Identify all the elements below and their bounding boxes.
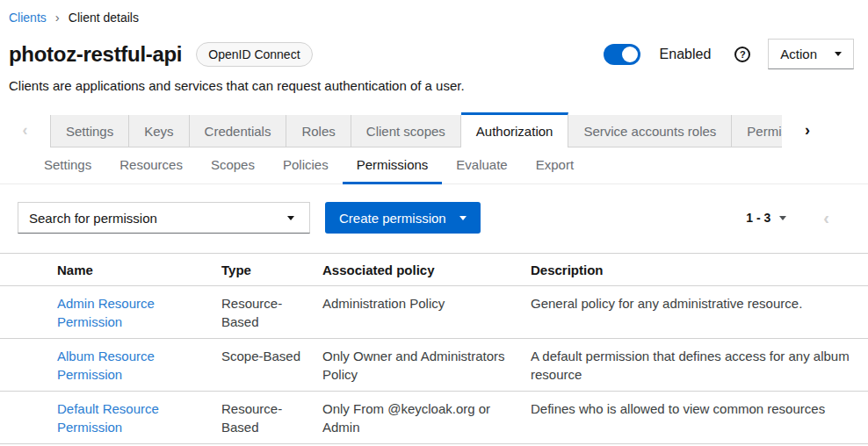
permission-description: A default permission that defines access… [531, 339, 868, 392]
subtab-policies[interactable]: Policies [269, 147, 343, 184]
breadcrumb: Clients › Client details [0, 0, 868, 25]
subtab-export[interactable]: Export [522, 147, 588, 184]
permission-search-select[interactable]: Search for permission [18, 202, 310, 234]
client-tabs: ‹ Settings Keys Credentials Roles Client… [0, 112, 868, 147]
page-title: photoz-restful-api [9, 42, 182, 67]
breadcrumb-clients-link[interactable]: Clients [9, 11, 47, 25]
tab-service-accounts-roles[interactable]: Service accounts roles [568, 115, 732, 147]
enabled-toggle[interactable] [604, 44, 640, 65]
permission-policy: Only Owner and Administrators Policy [322, 339, 531, 392]
chevron-down-icon [287, 216, 294, 220]
tab-client-scopes[interactable]: Client scopes [351, 115, 461, 147]
breadcrumb-current: Client details [69, 11, 139, 25]
subtab-resources[interactable]: Resources [105, 147, 197, 184]
help-icon[interactable]: ? [734, 47, 750, 62]
permission-description: General policy for any administrative re… [531, 286, 868, 339]
tabs-scroll-area: Settings Keys Credentials Roles Client s… [50, 112, 782, 147]
protocol-badge: OpenID Connect [196, 42, 312, 67]
permission-name-link[interactable]: Default Resource Permission [57, 401, 159, 435]
toggle-knob [622, 47, 638, 62]
pagination: 1 - 3 ‹ [746, 209, 850, 227]
column-header-name: Name [57, 254, 221, 286]
chevron-down-icon [779, 216, 786, 220]
expand-column-header [0, 254, 57, 286]
permission-name-link[interactable]: Admin Resource Permission [57, 296, 155, 329]
chevron-down-icon [835, 52, 842, 56]
authorization-subtabs: Settings Resources Scopes Policies Permi… [0, 147, 868, 184]
permission-description: Defines who is allowed to view common re… [531, 392, 868, 444]
tab-roles[interactable]: Roles [286, 115, 351, 147]
enabled-label: Enabled [660, 47, 712, 62]
permissions-toolbar: Search for permission Create permission … [0, 202, 868, 234]
breadcrumb-separator-icon: › [55, 11, 60, 24]
page-header: photoz-restful-api OpenID Connect Enable… [0, 39, 868, 95]
column-header-associated-policy: Associated policy [322, 254, 531, 286]
permission-type: Resource-Based [221, 286, 322, 339]
table-row-admin-resource-permission: Admin Resource Permission Resource-Based… [0, 286, 868, 339]
action-dropdown[interactable]: Action [768, 39, 854, 69]
tab-settings[interactable]: Settings [50, 115, 129, 147]
permissions-table: Name Type Associated policy Description … [0, 253, 868, 444]
subtab-permissions[interactable]: Permissions [343, 147, 443, 184]
tab-authorization[interactable]: Authorization [461, 112, 569, 147]
page-description: Clients are applications and services th… [9, 77, 854, 95]
chevron-down-icon [459, 216, 467, 220]
table-row-default-resource-permission: Default Resource Permission Resource-Bas… [0, 392, 868, 444]
permission-type: Scope-Based [221, 339, 322, 392]
subtab-settings[interactable]: Settings [30, 147, 105, 184]
permission-name-link[interactable]: Album Resource Permission [57, 349, 155, 382]
action-dropdown-label: Action [780, 47, 817, 61]
permission-policy: Administration Policy [322, 286, 531, 339]
create-permission-button[interactable]: Create permission [325, 202, 481, 234]
column-header-description: Description [531, 254, 868, 286]
tab-keys[interactable]: Keys [129, 115, 189, 147]
pagination-prev-button[interactable]: ‹ [823, 209, 829, 227]
subtab-evaluate[interactable]: Evaluate [442, 147, 521, 184]
pagination-range: 1 - 3 [746, 211, 770, 225]
tab-permissions[interactable]: Permissions [732, 115, 782, 147]
subtab-scopes[interactable]: Scopes [197, 147, 269, 184]
create-permission-label: Create permission [339, 211, 446, 226]
column-header-type: Type [221, 254, 322, 286]
permission-search-placeholder: Search for permission [29, 211, 157, 226]
permission-policy: Only From @keycloak.org or Admin [322, 392, 531, 444]
tabs-scroll-right-button[interactable]: › [782, 112, 833, 147]
table-row-album-resource-permission: Album Resource Permission Scope-Based On… [0, 339, 868, 392]
pagination-menu-toggle[interactable]: 1 - 3 [746, 211, 786, 225]
tab-credentials[interactable]: Credentials [190, 115, 287, 147]
permission-type: Resource-Based [221, 392, 322, 444]
tabs-scroll-left-button[interactable]: ‹ [0, 112, 50, 147]
table-header-row: Name Type Associated policy Description [0, 254, 868, 286]
